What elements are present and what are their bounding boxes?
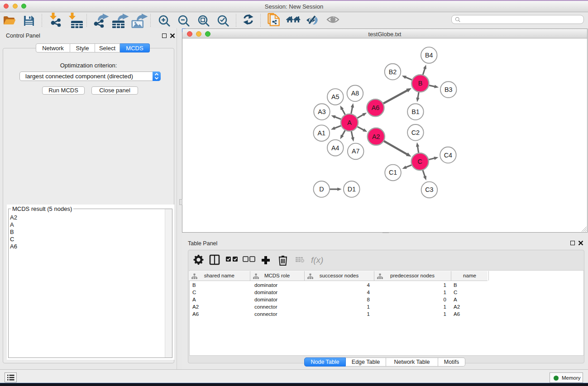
svg-text:A5: A5	[331, 93, 339, 100]
svg-text:D1: D1	[348, 186, 356, 193]
svg-text:A8: A8	[351, 90, 359, 97]
svg-text:B2: B2	[389, 68, 397, 76]
svg-text:C: C	[418, 158, 422, 165]
svg-text:A2: A2	[372, 133, 380, 140]
svg-text:B1: B1	[411, 108, 420, 115]
svg-text:A6: A6	[372, 104, 380, 111]
svg-text:A7: A7	[352, 148, 360, 155]
svg-text:A3: A3	[318, 108, 326, 115]
svg-text:B3: B3	[445, 86, 453, 93]
svg-text:C3: C3	[425, 186, 433, 193]
svg-text:f(x): f(x)	[311, 255, 323, 265]
svg-text:A1: A1	[318, 129, 326, 137]
svg-text:D: D	[319, 186, 324, 193]
svg-text:C1: C1	[389, 169, 397, 176]
svg-text:B: B	[418, 80, 423, 87]
svg-text:A4: A4	[331, 144, 339, 152]
svg-text:B4: B4	[425, 52, 433, 59]
svg-text:A: A	[347, 119, 352, 126]
svg-text:C4: C4	[444, 152, 452, 159]
svg-text:C2: C2	[411, 129, 420, 136]
